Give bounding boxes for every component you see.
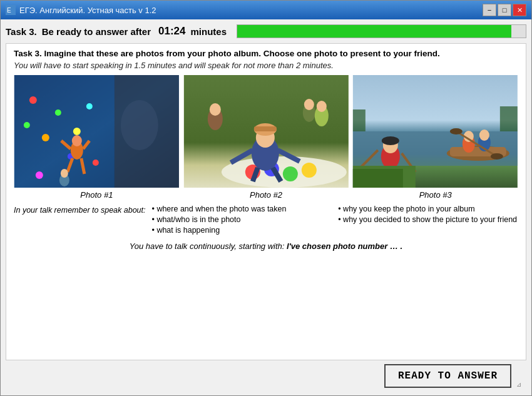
talk-point-2: • what/who is in the photo	[152, 215, 332, 224]
time-display: 01:24	[158, 25, 185, 38]
talk-point-5: • why you decided to show the picture to…	[338, 215, 518, 224]
photo-item-2: Photo #2	[183, 75, 349, 200]
starting-prefix: You have to talk continuously, starting …	[130, 241, 285, 251]
svg-rect-63	[353, 169, 403, 188]
task-label: Task 3.	[6, 26, 37, 37]
svg-point-5	[55, 109, 61, 116]
talk-point-1: • where and when the photo was taken	[152, 205, 332, 213]
talk-points-left: • where and when the photo was taken • w…	[152, 205, 332, 236]
talk-points-right: • why you keep the photo in your album •…	[338, 205, 518, 236]
svg-point-11	[93, 160, 99, 166]
main-panel: Task 3. Imagine that these are photos fr…	[6, 43, 526, 360]
svg-point-28	[283, 166, 298, 181]
svg-text:E: E	[7, 7, 11, 14]
task-bar: Task 3. Be ready to answer after 01:24 m…	[6, 24, 526, 38]
photo-image-2	[183, 75, 349, 188]
svg-rect-61	[500, 106, 518, 131]
task-heading-bold: Task 3. Imagine that these are photos fr…	[14, 49, 440, 58]
talk-section: In your talk remember to speak about: • …	[14, 205, 518, 236]
starting-bold: I've chosen photo number … .	[287, 241, 402, 251]
maximize-button[interactable]: □	[498, 4, 511, 16]
svg-point-23	[121, 100, 158, 150]
resize-handle: ⊿	[516, 381, 521, 388]
svg-point-43	[317, 101, 327, 112]
titlebar: E ЕГЭ. Английский. Устная часть v 1.2 − …	[1, 1, 531, 19]
talk-point-3: • what is happening	[152, 226, 332, 235]
bottom-bar: READY TO ANSWER ⊿	[6, 360, 526, 390]
svg-point-12	[24, 122, 30, 128]
talk-remember-label: In your talk remember to speak about:	[14, 205, 146, 236]
svg-point-10	[73, 128, 81, 135]
photo-item-3: Photo #3	[352, 75, 518, 200]
window-title: ЕГЭ. Английский. Устная часть v 1.2	[19, 6, 156, 15]
time-unit: minutes	[191, 26, 227, 37]
svg-point-51	[479, 129, 489, 141]
svg-point-9	[86, 103, 93, 109]
ready-to-answer-button[interactable]: READY TO ANSWER	[384, 364, 511, 388]
photo-label-3: Photo #3	[419, 190, 452, 200]
photo-image-3	[352, 75, 518, 188]
progress-container	[237, 24, 526, 38]
svg-point-54	[491, 153, 503, 160]
photo-label-2: Photo #2	[250, 190, 282, 200]
svg-point-15	[72, 135, 82, 146]
svg-rect-33	[254, 126, 277, 131]
svg-point-6	[42, 134, 49, 141]
svg-point-4	[29, 96, 37, 104]
task-heading: Task 3. Imagine that these are photos fr…	[14, 49, 518, 58]
talk-point-4: • why you keep the photo in your album	[338, 205, 518, 213]
photo-label-1: Photo #1	[80, 190, 113, 200]
main-window: E ЕГЭ. Английский. Устная часть v 1.2 − …	[0, 0, 532, 396]
svg-point-21	[61, 169, 68, 178]
photo-item-1: Photo #1	[14, 75, 180, 200]
svg-point-8	[36, 171, 43, 179]
titlebar-left: E ЕГЭ. Английский. Устная часть v 1.2	[6, 5, 156, 15]
svg-point-41	[304, 99, 314, 110]
progress-bar	[237, 25, 511, 38]
svg-rect-60	[353, 109, 366, 131]
close-button[interactable]: ✕	[513, 4, 526, 16]
svg-point-53	[450, 128, 463, 135]
task-instruction: Be ready to answer after	[42, 26, 151, 37]
photo-image-1	[14, 75, 180, 188]
minimize-button[interactable]: −	[483, 4, 496, 16]
photos-row: Photo #1	[14, 75, 518, 200]
content-area: Task 3. Be ready to answer after 01:24 m…	[1, 19, 531, 395]
svg-point-39	[210, 103, 221, 116]
app-icon: E	[6, 5, 16, 15]
svg-point-57	[382, 136, 399, 145]
starting-text: You have to talk continuously, starting …	[14, 241, 518, 251]
svg-point-29	[302, 163, 317, 178]
task-subtext: You will have to start speaking in 1.5 m…	[14, 61, 518, 70]
titlebar-controls: − □ ✕	[483, 4, 526, 16]
